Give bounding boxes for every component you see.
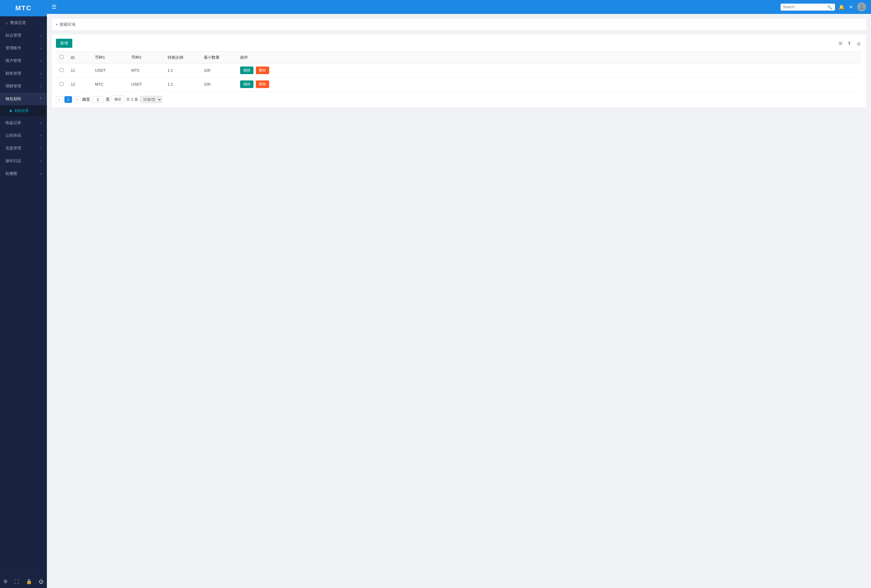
sidebar-item-announcement[interactable]: 公告快讯 ›	[0, 129, 47, 142]
next-page-button[interactable]: ›	[74, 96, 81, 103]
search-icon[interactable]: 🔍	[827, 5, 832, 9]
table-row: 11 USDT MTC 1:1 100 编辑 删除	[56, 63, 862, 78]
table-section: 新增 ⊞ ⬇ 🖨 ID 币种1 币种2 转换比例	[52, 34, 866, 108]
app-logo: MTC	[0, 0, 47, 16]
delete-button-0[interactable]: 删除	[256, 67, 269, 74]
sidebar-item-wallet-transfer[interactable]: 钱包划转 ˅	[0, 93, 47, 105]
active-dot-icon	[10, 110, 12, 112]
pagination: ‹ 1 › 跳至 页 确定 共 2 条 15条/页 30条/页 50条/页	[56, 96, 862, 103]
data-table: ID 币种1 币种2 转换比例 最小数量 操作 11 USDT MTC 1:1 …	[56, 51, 862, 91]
sidebar-item-user-manage[interactable]: 用户管理 ›	[0, 54, 47, 67]
delete-button-1[interactable]: 删除	[256, 81, 269, 88]
add-button[interactable]: 新增	[56, 39, 72, 48]
sidebar-item-carousel[interactable]: 轮播图 ›	[0, 167, 47, 180]
search-section-header[interactable]: ▾ 搜索区域	[52, 19, 866, 30]
sidebar-item-label: 数据总览	[10, 20, 26, 25]
sidebar-item-label: 公告快讯	[6, 133, 21, 138]
chevron-right-icon: ›	[40, 72, 42, 75]
chevron-right-icon: ›	[40, 34, 42, 37]
search-box: 🔍	[781, 4, 835, 10]
row-minqty-0: 100	[200, 63, 236, 78]
page-size-select[interactable]: 15条/页 30条/页 50条/页	[140, 96, 162, 103]
sidebar-item-finance-manage[interactable]: 财务管理 ›	[0, 67, 47, 80]
sidebar-item-label: 管理账号	[6, 45, 21, 51]
sidebar-item-label: 站点管理	[6, 33, 21, 38]
edit-button-1[interactable]: 编辑	[240, 81, 253, 88]
chevron-right-icon: ›	[40, 134, 42, 137]
sidebar: MTC ⌂ 数据总览 站点管理 › 管理账号 › 用户管理	[0, 0, 47, 588]
row-id-0: 11	[67, 63, 91, 78]
row-coin1-1: MTC	[91, 78, 128, 91]
chevron-right-icon: ›	[40, 46, 42, 50]
column-header-ratio: 转换比例	[164, 52, 200, 63]
sidebar-item-operation-log[interactable]: 操作日志 ›	[0, 154, 47, 167]
lock-icon[interactable]: 🔒	[26, 579, 32, 584]
sidebar-item-label: 充提管理	[6, 145, 21, 151]
row-checkbox-1[interactable]	[60, 82, 63, 86]
page-total: 共 2 条	[126, 97, 138, 102]
chevron-down-icon: ˅	[40, 97, 42, 101]
sidebar-item-label: 理财管理	[6, 84, 21, 89]
sidebar-item-label: 用户管理	[6, 58, 21, 63]
row-operations-0: 编辑 删除	[236, 63, 862, 78]
sidebar-item-account-manage[interactable]: 管理账号 ›	[0, 42, 47, 54]
chevron-right-icon: ›	[40, 147, 42, 150]
row-checkbox-cell	[56, 63, 67, 78]
select-all-checkbox[interactable]	[60, 55, 63, 59]
row-ratio-1: 1:1	[164, 78, 200, 91]
sidebar-sub-item-label: 划转设置	[14, 108, 29, 114]
column-header-operation: 操作	[236, 52, 862, 63]
row-coin1-0: USDT	[91, 63, 128, 78]
sidebar-item-label: 操作日志	[6, 158, 21, 164]
sidebar-item-label: 钱包划转	[6, 96, 21, 102]
sidebar-item-wealth-manage[interactable]: 理财管理 ›	[0, 80, 47, 93]
fullscreen-icon[interactable]: ⛶	[14, 579, 19, 584]
chevron-right-icon: ›	[40, 121, 42, 125]
chevron-right-icon: ›	[40, 59, 42, 63]
row-checkbox-0[interactable]	[60, 68, 63, 72]
toolbar-right: ⊞ ⬇ 🖨	[837, 39, 862, 47]
goto-label: 跳至	[82, 97, 90, 102]
sidebar-footer: ⚙ ⛶ 🔒 ⏻	[0, 575, 47, 588]
main-content: ▾ 搜索区域 新增 ⊞ ⬇ 🖨 I	[47, 14, 871, 588]
svg-point-0	[861, 4, 863, 7]
column-header-coin2: 币种2	[128, 52, 164, 63]
sidebar-item-site-manage[interactable]: 站点管理 ›	[0, 29, 47, 42]
main-wrapper: ☰ 🔍 🔔 ✕ ▾ 搜索区域	[47, 0, 871, 588]
hamburger-menu-icon[interactable]: ☰	[52, 4, 57, 10]
column-header-coin1: 币种1	[91, 52, 128, 63]
row-id-1: 12	[67, 78, 91, 91]
sidebar-item-label: 收益记录	[6, 120, 21, 126]
row-operations-1: 编辑 删除	[236, 78, 862, 91]
prev-page-button[interactable]: ‹	[56, 96, 63, 103]
power-icon[interactable]: ⏻	[39, 579, 43, 584]
home-icon: ⌂	[6, 21, 8, 25]
page-label: 页	[106, 97, 110, 102]
table-toolbar: 新增 ⊞ ⬇ 🖨	[56, 39, 862, 48]
sidebar-menu: ⌂ 数据总览 站点管理 › 管理账号 › 用户管理 ›	[0, 16, 47, 575]
notification-bell-icon[interactable]: 🔔	[839, 4, 845, 10]
sidebar-item-recharge-manage[interactable]: 充提管理 ›	[0, 142, 47, 154]
topbar: ☰ 🔍 🔔 ✕	[47, 0, 871, 14]
avatar[interactable]	[857, 2, 866, 12]
search-section-label: 搜索区域	[60, 22, 75, 27]
sidebar-sub-item-switch-settings[interactable]: 划转设置	[0, 105, 47, 117]
sidebar-item-label: 财务管理	[6, 71, 21, 76]
topbar-icons: 🔔 ✕	[839, 2, 866, 12]
settings-icon[interactable]: ⚙	[3, 579, 7, 584]
page-confirm-button[interactable]: 确定	[112, 96, 124, 103]
sidebar-item-dashboard[interactable]: ⌂ 数据总览	[0, 16, 47, 29]
row-ratio-0: 1:1	[164, 63, 200, 78]
print-icon[interactable]: 🖨	[855, 40, 862, 47]
export-icon[interactable]: ⬇	[846, 39, 853, 47]
edit-button-0[interactable]: 编辑	[240, 67, 253, 74]
sidebar-sub-wallet: 划转设置	[0, 105, 47, 117]
grid-view-icon[interactable]: ⊞	[837, 39, 844, 47]
sidebar-item-income-record[interactable]: 收益记录 ›	[0, 117, 47, 129]
row-minqty-1: 100	[200, 78, 236, 91]
page-input[interactable]	[92, 96, 104, 103]
close-icon[interactable]: ✕	[849, 4, 853, 10]
search-input[interactable]	[783, 5, 825, 9]
column-header-minqty: 最小数量	[200, 52, 236, 63]
page-1-button[interactable]: 1	[64, 96, 72, 103]
